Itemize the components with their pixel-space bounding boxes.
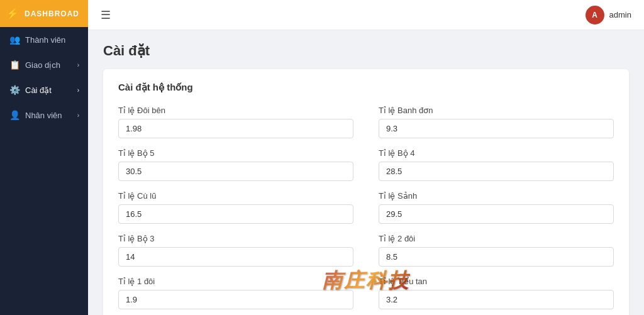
- form-group-ti-le-bo-5: Tỉ lệ Bộ 5: [118, 148, 353, 181]
- sidebar-item-thanh-vien[interactable]: 👥 Thành viên: [0, 27, 88, 52]
- input-ti-le-bo-4[interactable]: [379, 162, 614, 181]
- sidebar-item-giao-dich[interactable]: 📋 Giao dịch ›: [0, 52, 88, 77]
- card-wrapper: Cài đặt hệ thống Tỉ lệ Đôi bênTỉ lệ Banh…: [103, 69, 629, 315]
- form-group-ti-le-2-doi: Tỉ lệ 2 đôi: [379, 234, 614, 267]
- users-icon: 👥: [9, 35, 20, 45]
- username-label: admin: [609, 10, 631, 19]
- label-ti-le-bo-5: Tỉ lệ Bộ 5: [118, 148, 353, 158]
- label-ti-le-banh-don: Tỉ lệ Banh đơn: [379, 106, 614, 115]
- input-ti-le-doi-ben[interactable]: [118, 119, 353, 138]
- sidebar: ⚡ DASHBROAD 👥 Thành viên 📋 Giao dịch › ⚙…: [0, 0, 88, 315]
- label-ti-le-bo-3: Tỉ lệ Bộ 3: [118, 234, 353, 243]
- bolt-icon: ⚡: [6, 8, 19, 19]
- settings-card: Cài đặt hệ thống Tỉ lệ Đôi bênTỉ lệ Banh…: [103, 69, 629, 315]
- sidebar-item-nhan-vien[interactable]: 👤 Nhân viên ›: [0, 102, 88, 128]
- input-ti-le-sanh[interactable]: [379, 204, 614, 224]
- sidebar-logo-text: DASHBROAD: [25, 9, 79, 18]
- card-title: Cài đặt hệ thống: [118, 82, 614, 93]
- label-ti-le-2-doi: Tỉ lệ 2 đôi: [379, 234, 614, 243]
- input-ti-le-2-doi[interactable]: [379, 247, 614, 267]
- topbar: ☰ A admin: [88, 0, 644, 30]
- label-ti-le-doi-ben: Tỉ lệ Đôi bên: [118, 106, 353, 115]
- chevron-right-icon: ›: [77, 87, 79, 94]
- settings-icon: ⚙️: [9, 85, 20, 95]
- input-ti-le-1-doi[interactable]: [118, 290, 353, 309]
- label-ti-le-bo-4: Tỉ lệ Bộ 4: [379, 148, 614, 158]
- sidebar-item-label: Thành viên: [25, 35, 65, 45]
- sidebar-item-label: Giao dịch: [25, 60, 60, 70]
- form-group-ti-le-cu-lu: Tỉ lệ Cù lũ: [118, 191, 353, 224]
- employee-icon: 👤: [9, 110, 20, 120]
- user-info: A admin: [586, 6, 631, 25]
- input-ti-le-banh-don[interactable]: [379, 119, 614, 138]
- input-ti-le-cu-lu[interactable]: [118, 204, 353, 224]
- form-group-ti-le-bo-3: Tỉ lệ Bộ 3: [118, 234, 353, 267]
- page-title: Cài đặt: [103, 43, 629, 59]
- label-ti-le-sanh: Tỉ lệ Sảnh: [379, 191, 614, 201]
- sidebar-item-label: Cài đặt: [25, 86, 52, 95]
- form-group-ti-le-1-doi: Tỉ lệ 1 đôi: [118, 277, 353, 309]
- form-group-ti-le-bo-4: Tỉ lệ Bộ 4: [379, 148, 614, 181]
- sidebar-item-label: Nhân viên: [25, 111, 62, 120]
- form-group-ti-le-doi-ben: Tỉ lệ Đôi bên: [118, 106, 353, 138]
- input-ti-le-tieu-tan[interactable]: [379, 290, 614, 309]
- sidebar-logo: ⚡ DASHBROAD: [0, 0, 88, 27]
- hamburger-menu-icon[interactable]: ☰: [101, 8, 111, 22]
- form-group-ti-le-sanh: Tỉ lệ Sảnh: [379, 191, 614, 224]
- page-content: Cài đặt Cài đặt hệ thống Tỉ lệ Đôi bênTỉ…: [88, 30, 644, 315]
- main-area: ☰ A admin Cài đặt Cài đặt hệ thống Tỉ lệ…: [88, 0, 644, 315]
- chevron-right-icon: ›: [77, 112, 79, 119]
- label-ti-le-cu-lu: Tỉ lệ Cù lũ: [118, 191, 353, 201]
- chevron-right-icon: ›: [77, 62, 79, 69]
- input-ti-le-bo-5[interactable]: [118, 162, 353, 181]
- label-ti-le-tieu-tan: Tỉ lệ Tiểu tan: [379, 277, 614, 286]
- form-grid: Tỉ lệ Đôi bênTỉ lệ Banh đơnTỉ lệ Bộ 5Tỉ …: [118, 106, 614, 315]
- avatar: A: [586, 6, 604, 25]
- sidebar-item-cai-dat[interactable]: ⚙️ Cài đặt ›: [0, 77, 88, 102]
- form-group-ti-le-tieu-tan: Tỉ lệ Tiểu tan: [379, 277, 614, 309]
- input-ti-le-bo-3[interactable]: [118, 247, 353, 267]
- form-group-ti-le-banh-don: Tỉ lệ Banh đơn: [379, 106, 614, 138]
- label-ti-le-1-doi: Tỉ lệ 1 đôi: [118, 277, 353, 286]
- transaction-icon: 📋: [9, 60, 20, 70]
